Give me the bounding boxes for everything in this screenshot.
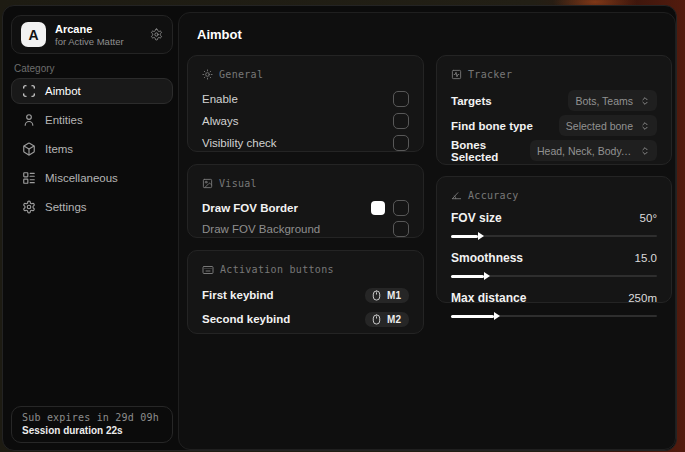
sidebar-item-aimbot[interactable]: Aimbot (11, 78, 173, 104)
keybind-value: M2 (387, 314, 401, 325)
targets-dropdown[interactable]: Bots, Teams (568, 90, 657, 111)
sidebar-item-label: Miscellaneous (45, 172, 118, 184)
sidebar-nav: Aimbot Entities Items Miscellaneous (11, 78, 173, 220)
sidebar-item-settings[interactable]: Settings (11, 194, 173, 220)
activity-icon (451, 69, 462, 80)
draw-fov-background-checkbox[interactable] (393, 221, 409, 237)
max-distance-group: Max distance 250m (451, 289, 657, 320)
page-title: Aimbot (197, 27, 242, 42)
second-keybind-button[interactable]: M2 (365, 312, 409, 327)
visibility-check-checkbox[interactable] (393, 135, 409, 151)
activation-buttons-card: Activation buttons First keybind M1 Seco… (187, 250, 424, 334)
left-column: General Enable Always Visibility check (187, 55, 424, 334)
enable-label: Enable (202, 93, 238, 105)
accuracy-card: Accuracy FOV size 50° Smoothness (436, 176, 672, 303)
sub-expires-text: Sub expires in 29d 09h (22, 412, 162, 423)
targets-value: Bots, Teams (575, 95, 633, 107)
smoothness-value: 15.0 (635, 252, 657, 264)
sidebar-item-items[interactable]: Items (11, 136, 173, 162)
card-title: Accuracy (468, 190, 519, 201)
person-icon (22, 113, 36, 127)
gear-icon (22, 200, 36, 214)
brand-card: A Arcane for Active Matter (11, 15, 173, 54)
slider-fill (451, 235, 478, 238)
sidebar-item-label: Entities (45, 114, 83, 126)
card-title: Visual (219, 178, 257, 189)
max-distance-label: Max distance (451, 291, 526, 305)
session-duration-text: Session duration 22s (22, 425, 162, 436)
smoothness-slider[interactable] (451, 272, 657, 280)
card-title: General (219, 69, 263, 80)
app-logo: A (21, 22, 46, 47)
draw-fov-background-label: Draw FOV Background (202, 223, 320, 235)
app-window: A Arcane for Active Matter Category Aimb… (2, 5, 677, 451)
sidebar-item-label: Items (45, 143, 73, 155)
category-label: Category (14, 63, 55, 74)
find-bone-type-dropdown[interactable]: Selected bone (559, 115, 657, 136)
max-distance-slider[interactable] (451, 312, 657, 320)
chevrons-up-down-icon (640, 121, 650, 131)
first-keybind-label: First keybind (202, 289, 274, 301)
max-distance-value: 250m (628, 292, 657, 304)
sidebar-item-miscellaneous[interactable]: Miscellaneous (11, 165, 173, 191)
fov-size-label: FOV size (451, 211, 502, 225)
fov-size-value: 50° (640, 212, 657, 224)
chevrons-up-down-icon (640, 96, 650, 106)
bones-selected-label: Bones Selected (451, 139, 530, 163)
cube-icon (22, 142, 36, 156)
app-name: Arcane (55, 23, 150, 36)
general-card: General Enable Always Visibility check (187, 55, 424, 152)
targets-label: Targets (451, 95, 492, 107)
slider-fill (451, 315, 494, 318)
tracker-card: Tracker Targets Bots, Teams Find bone ty… (436, 55, 672, 165)
mouse-icon (371, 314, 382, 325)
image-icon (202, 178, 213, 189)
draw-fov-border-label: Draw FOV Border (202, 202, 298, 214)
chevrons-up-down-icon (640, 146, 650, 156)
angle-icon (451, 190, 462, 201)
visual-card: Visual Draw FOV Border Draw FOV Backgrou… (187, 164, 424, 238)
layout-list-icon (22, 171, 36, 185)
card-title: Tracker (468, 69, 512, 80)
always-label: Always (202, 115, 238, 127)
keyboard-icon (202, 264, 214, 276)
fov-border-color-swatch[interactable] (371, 201, 385, 215)
enable-checkbox[interactable] (393, 91, 409, 107)
smoothness-label: Smoothness (451, 251, 523, 265)
scan-icon (22, 84, 36, 98)
visibility-check-label: Visibility check (202, 137, 277, 149)
keybind-value: M1 (387, 290, 401, 301)
slider-fill (451, 275, 484, 278)
settings-gear-icon[interactable] (150, 28, 163, 41)
sidebar-item-label: Settings (45, 201, 87, 213)
smoothness-group: Smoothness 15.0 (451, 249, 657, 280)
sidebar-item-entities[interactable]: Entities (11, 107, 173, 133)
draw-fov-border-checkbox[interactable] (393, 200, 409, 216)
card-title: Activation buttons (220, 264, 334, 275)
mouse-icon (371, 290, 382, 301)
find-bone-type-label: Find bone type (451, 120, 533, 132)
fov-size-slider[interactable] (451, 232, 657, 240)
first-keybind-button[interactable]: M1 (365, 288, 409, 303)
sun-icon (202, 69, 213, 80)
right-column: Tracker Targets Bots, Teams Find bone ty… (436, 55, 672, 303)
sidebar: A Arcane for Active Matter Category Aimb… (3, 6, 179, 450)
sidebar-item-label: Aimbot (45, 85, 81, 97)
second-keybind-label: Second keybind (202, 313, 290, 325)
find-bone-type-value: Selected bone (566, 120, 633, 132)
fov-size-group: FOV size 50° (451, 209, 657, 240)
subscription-box: Sub expires in 29d 09h Session duration … (11, 406, 173, 443)
app-subtitle: for Active Matter (55, 36, 150, 47)
main-panel: Aimbot General Enable Always (178, 12, 676, 450)
always-checkbox[interactable] (393, 113, 409, 129)
brand-text: Arcane for Active Matter (55, 23, 150, 47)
bones-selected-dropdown[interactable]: Head, Neck, Body, Pe.. (530, 140, 657, 161)
bones-selected-value: Head, Neck, Body, Pe.. (537, 145, 633, 157)
